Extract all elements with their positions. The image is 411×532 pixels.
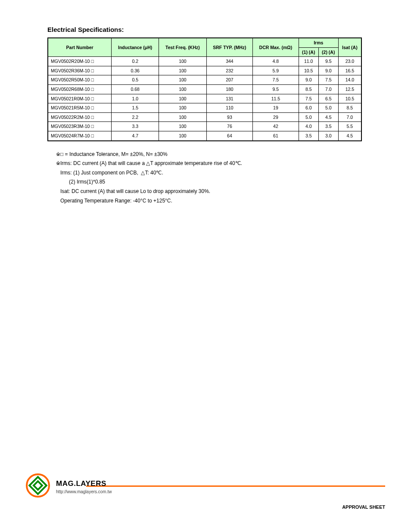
cell-l: 0.68 [112,84,159,94]
cell-dcr: 61 [253,131,299,140]
cell-i2: 9.0 [318,66,338,75]
cell-f: 100 [159,84,207,94]
cell-f: 100 [159,75,207,85]
cell-dcr: 5.9 [253,66,299,75]
note-irms-def-b: △T approximate temperature rise of 40℃. [146,160,242,166]
cell-part: MGV05021R5M-10 □ [48,103,112,113]
cell-i1: 7.5 [299,94,318,103]
cell-part: MGV05022R2M-10 □ [48,112,112,122]
cell-i2: 4.5 [318,112,338,122]
cell-part: MGV05024R7M-10 □ [48,131,112,140]
cell-l: 3.3 [112,122,159,131]
cell-l: 0.2 [112,57,159,66]
cell-isat: 5.5 [338,122,361,131]
table-row: MGV05021R0M-10 □ 1.0 100 131 11.5 7.5 6.… [48,94,361,103]
cell-l: 1.0 [112,94,159,103]
cell-isat: 10.5 [338,94,361,103]
cell-srf: 344 [206,57,252,66]
cell-part: MGV0502R68M-10 □ [48,84,112,94]
table-row: MGV05022R2M-10 □ 2.2 100 93 29 5.0 4.5 7… [48,112,361,122]
cell-isat: 4.5 [338,131,361,140]
spec-table: Part Number Inductance (μH) Test Freq. (… [47,37,362,141]
svg-rect-2 [34,481,42,490]
cell-f: 100 [159,57,207,66]
note-irms-2: (2) Irms(1)*0.85 [56,177,385,187]
cell-i2: 7.0 [318,84,338,94]
cell-l: 4.7 [112,131,159,140]
cell-srf: 93 [206,112,252,122]
svg-rect-1 [29,477,47,494]
cell-dcr: 11.5 [253,94,299,103]
cell-srf: 76 [206,122,252,131]
cell-i1: 9.0 [299,75,318,85]
table-row: MGV0502R50M-10 □ 0.5 100 207 7.5 9.0 7.5… [48,75,361,85]
cell-dcr: 42 [253,122,299,131]
footer-web: http://www.maglayers.com.tw [56,489,385,494]
th-isat: Isat (A) [338,38,361,57]
table-row: MGV05024R7M-10 □ 4.7 100 64 61 3.5 3.0 4… [48,131,361,140]
company-logo-icon [26,473,50,498]
cell-f: 100 [159,122,207,131]
cell-part: MGV05021R0M-10 □ [48,94,112,103]
note-tolerance: ※□ = Inductance Tolerance, M= ±20%, N= ±… [56,150,385,159]
cell-isat: 7.0 [338,112,361,122]
notes-block: ※□ = Inductance Tolerance, M= ±20%, N= ±… [56,150,385,206]
cell-dcr: 4.8 [253,57,299,66]
th-srf: SRF TYP. (MHz) [206,38,252,57]
cell-dcr: 29 [253,112,299,122]
cell-srf: 131 [206,94,252,103]
cell-f: 100 [159,112,207,122]
table-row: MGV05023R3M-10 □ 3.3 100 76 42 4.0 3.5 5… [48,122,361,131]
cell-srf: 180 [206,84,252,94]
cell-i1: 11.0 [299,57,318,66]
cell-part: MGV0502R50M-10 □ [48,75,112,85]
note-irms-def-a: ※Irms: DC current (A) that will cause a [56,160,146,166]
cell-i1: 5.0 [299,112,318,122]
cell-part: MGV0502R36M-10 □ [48,66,112,75]
cell-f: 100 [159,66,207,75]
cell-dcr: 9.5 [253,84,299,94]
cell-i1: 8.5 [299,84,318,94]
cell-i1: 4.0 [299,122,318,131]
note-optemp: Operating Temperature Range: -40°C to +1… [56,196,385,206]
cell-dcr: 7.5 [253,75,299,85]
cell-srf: 110 [206,103,252,113]
note-isat: Isat: DC current (A) that will cause Lo … [56,187,385,196]
note-irms-1-b: △T: 40℃. [141,170,163,176]
cell-l: 2.2 [112,112,159,122]
cell-part: MGV05023R3M-10 □ [48,122,112,131]
cell-i2: 3.5 [318,122,338,131]
th-irms2: (2) (A) [318,47,338,57]
cell-f: 100 [159,131,207,140]
th-irms1: (1) (A) [299,47,318,57]
approval-label: APPROVAL SHEET [342,504,385,510]
th-dcr: DCR Max. (mΩ) [253,38,299,57]
cell-isat: 12.5 [338,84,361,94]
cell-isat: 16.5 [338,66,361,75]
cell-f: 100 [159,103,207,113]
cell-l: 0.5 [112,75,159,85]
cell-dcr: 19 [253,103,299,113]
th-irms-group: Irms [299,38,338,47]
cell-i2: 9.5 [318,57,338,66]
cell-i1: 6.0 [299,103,318,113]
section-title: Electrical Specifications: [47,26,385,33]
footer-divider [86,485,385,487]
table-row: MGV0502R68M-10 □ 0.68 100 180 9.5 8.5 7.… [48,84,361,94]
cell-srf: 232 [206,66,252,75]
cell-srf: 64 [206,131,252,140]
cell-isat: 8.5 [338,103,361,113]
table-row: MGV0502R20M-10 □ 0.2 100 344 4.8 11.0 9.… [48,57,361,66]
note-irms-1-a: Irms: (1) Just component on PCB, [56,170,141,176]
cell-l: 0.36 [112,66,159,75]
cell-isat: 23.0 [338,57,361,66]
cell-i1: 3.5 [299,131,318,140]
cell-i1: 10.5 [299,66,318,75]
footer: MAG.LAYERS http://www.maglayers.com.tw A… [26,473,385,498]
cell-f: 100 [159,94,207,103]
cell-i2: 7.5 [318,75,338,85]
cell-l: 1.5 [112,103,159,113]
cell-i2: 5.0 [318,103,338,113]
company-name: MAG.LAYERS [56,479,385,488]
cell-isat: 14.0 [338,75,361,85]
